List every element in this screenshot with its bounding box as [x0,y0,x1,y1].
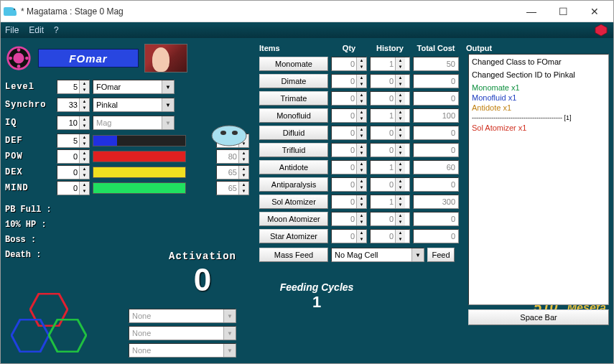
space-bar-button[interactable]: Space Bar [468,309,609,325]
item-cost: 0 [413,74,459,88]
item-qty-spinner[interactable]: ▲▼ [331,74,367,88]
def-spinner[interactable]: ▲▼ [57,134,90,148]
minimize-button[interactable]: — [516,1,547,22]
item-history-spinner[interactable]: ▲▼ [370,74,410,88]
item-qty-spinner[interactable]: ▲▼ [331,91,367,106]
def-label: DEF [5,136,54,146]
item-history-spinner[interactable]: ▲▼ [370,177,410,192]
feeding-cycles-label: Feeding Cycles [259,281,374,293]
item-button-monomate[interactable]: Monomate [259,57,328,71]
item-cost: 0 [413,177,459,192]
item-button-star atomizer[interactable]: Star Atomizer [259,229,328,243]
mind-spinner[interactable]: ▲▼ [57,181,90,195]
mag-cell-select[interactable]: No Mag Cell [331,248,424,262]
item-qty-spinner[interactable]: ▲▼ [331,143,367,157]
output-line: Antidote x1 [472,103,605,113]
output-line: Changed Section ID to Pinkal [472,70,605,80]
dex-max-input[interactable] [217,168,238,177]
app-icon [4,7,17,16]
menu-edit[interactable]: Edit [29,25,44,35]
item-cost: 0 [413,91,459,106]
pb-select-1[interactable]: None [129,309,236,323]
header-output: Output [462,44,609,52]
pb-select-2[interactable]: None [129,326,236,340]
pb-select-3[interactable]: None [129,343,236,358]
item-history-spinner[interactable]: ▲▼ [370,126,410,140]
item-button-sol atomizer[interactable]: Sol Atomizer [259,195,328,209]
item-history-spinner[interactable]: ▲▼ [370,108,410,123]
close-button[interactable]: ✕ [579,1,610,22]
item-button-antiparalysis[interactable]: Antiparalysis [259,177,328,192]
synchro-spinner[interactable]: ▲▼ [57,98,90,112]
item-button-difluid[interactable]: Difluid [259,126,328,140]
pb-full-label: PB Full : [5,205,62,215]
item-qty-spinner[interactable]: ▲▼ [331,212,367,226]
item-button-trifluid[interactable]: Trifluid [259,143,328,157]
item-cost: 0 [413,229,459,243]
svg-marker-11 [11,319,49,352]
menu-help[interactable]: ? [54,25,59,35]
svg-point-4 [17,65,21,68]
item-history-spinner[interactable]: ▲▼ [370,143,410,157]
iq-input[interactable] [57,118,79,127]
item-qty-spinner[interactable]: ▲▼ [331,195,367,209]
item-qty-spinner[interactable]: ▲▼ [331,229,367,243]
item-button-monofluid[interactable]: Monofluid [259,108,328,123]
header-items: Items [259,44,328,52]
item-history-spinner[interactable]: ▲▼ [370,195,410,209]
def-input[interactable] [57,136,79,145]
item-cost: 60 [413,160,459,174]
menubar: File Edit ? [1,22,613,38]
feed-button[interactable]: Feed [427,248,455,262]
svg-point-2 [13,52,24,63]
level-spinner[interactable]: ▲▼ [57,80,90,94]
item-qty-spinner[interactable]: ▲▼ [331,126,367,140]
item-qty-spinner[interactable]: ▲▼ [331,57,367,71]
svg-point-6 [25,57,29,60]
item-button-dimate[interactable]: Dimate [259,74,328,88]
iq-spinner[interactable]: ▲▼ [57,116,90,130]
item-cost: 0 [413,126,459,140]
item-qty-spinner[interactable]: ▲▼ [331,160,367,174]
item-cost: 50 [413,57,459,71]
def-bar [93,135,186,146]
class-select[interactable]: FOmar [93,80,175,94]
mind-max-input[interactable] [217,184,238,192]
pow-max-spinner[interactable]: ▲▼ [216,149,249,164]
header-cost: Total Cost [413,44,459,52]
menu-file[interactable]: File [5,25,19,35]
mass-feed-button[interactable]: Mass Feed [259,248,328,262]
item-button-moon atomizer[interactable]: Moon Atomizer [259,212,328,226]
pow-spinner[interactable]: ▲▼ [57,149,90,164]
pow-input[interactable] [57,152,79,161]
pow-max-input[interactable] [217,152,238,161]
item-button-trimate[interactable]: Trimate [259,91,328,106]
activation-label: Activation [156,251,249,262]
mind-input[interactable] [57,184,79,192]
feeding-cycles-value: 1 [259,293,374,312]
mind-max-spinner[interactable]: ▲▼ [216,181,249,195]
death-label: Death : [5,250,62,260]
item-history-spinner[interactable]: ▲▼ [370,229,410,243]
header-history: History [370,44,410,52]
maximize-button[interactable]: ☐ [547,1,579,22]
mag-select[interactable]: Mag [93,116,175,130]
item-history-spinner[interactable]: ▲▼ [370,160,410,174]
items-table-header: Items Qty History Total Cost Output [259,42,609,54]
svg-point-9 [232,131,238,135]
synchro-input[interactable] [57,101,79,109]
level-input[interactable] [57,83,79,91]
item-qty-spinner[interactable]: ▲▼ [331,177,367,192]
jewel-icon [595,24,608,37]
item-button-antidote[interactable]: Antidote [259,160,328,174]
item-history-spinner[interactable]: ▲▼ [370,212,410,226]
section-id-select[interactable]: Pinkal [93,98,175,112]
dex-input[interactable] [57,168,79,177]
dex-spinner[interactable]: ▲▼ [57,165,90,179]
dex-max-spinner[interactable]: ▲▼ [216,165,249,179]
item-history-spinner[interactable]: ▲▼ [370,57,410,71]
item-qty-spinner[interactable]: ▲▼ [331,108,367,123]
output-log: Changed Class to FOmar Changed Section I… [468,54,609,305]
mind-bar [93,182,186,194]
item-history-spinner[interactable]: ▲▼ [370,91,410,106]
